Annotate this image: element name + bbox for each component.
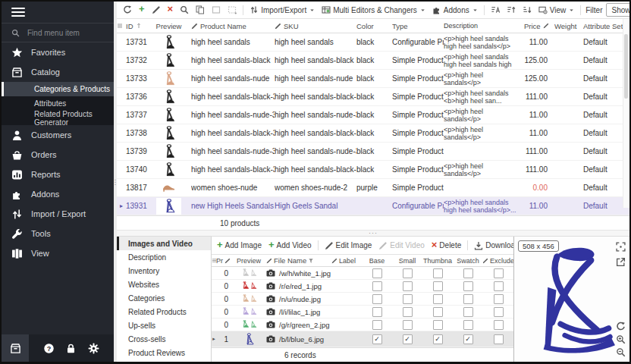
base-checkbox[interactable] [372, 268, 382, 278]
image-row-l-i-lilac-1-jpg[interactable]: 0/l/i/lilac_1.jpg [212, 306, 513, 318]
add-image-button[interactable]: +Add Image [214, 240, 265, 252]
column-header-preview[interactable]: Preview [231, 257, 266, 265]
detail-splitter[interactable]: ··· [117, 230, 629, 237]
product-row-13733[interactable]: 13733high heel sandals-nudehigh heel san… [117, 70, 629, 88]
view-menu-button[interactable]: View [535, 4, 578, 16]
scrollbar-thumb[interactable] [624, 34, 628, 99]
product-row-13731[interactable]: 13731high heel sandalshigh heel sandalsb… [117, 33, 629, 52]
open-external-icon[interactable] [616, 257, 626, 267]
tab-categories[interactable]: Categories [117, 291, 211, 305]
paste-special-button[interactable] [224, 4, 240, 16]
search-products-button[interactable] [177, 4, 192, 16]
base-checkbox[interactable]: ✓ [372, 334, 382, 344]
column-header-label[interactable]: Label [331, 257, 362, 265]
exclude-checkbox[interactable] [494, 320, 504, 330]
tab-description[interactable]: Description [117, 250, 211, 264]
thumbnail-checkbox[interactable] [433, 294, 443, 304]
product-row-13931[interactable]: ▸13931new High Heels SandalsHigh Geels S… [117, 197, 629, 215]
column-header-base[interactable]: Base [362, 257, 392, 265]
swatch-checkbox[interactable] [463, 294, 473, 304]
swatch-checkbox[interactable] [463, 281, 473, 291]
column-header-attribute-set-name[interactable]: Attribute Set Name [583, 22, 623, 30]
lock-icon[interactable] [65, 343, 77, 354]
small-checkbox[interactable] [403, 268, 413, 278]
fit-to-screen-icon[interactable] [616, 242, 626, 252]
base-checkbox[interactable] [372, 294, 382, 304]
tab-inventory[interactable]: Inventory [117, 264, 211, 278]
sort-desc-button[interactable] [520, 4, 535, 16]
edit-product-button[interactable] [149, 4, 164, 16]
tab-up-sells[interactable]: Up-sells [117, 318, 211, 332]
image-row-r-e-red-1-jpg[interactable]: 0/r/e/red_1.jpg [212, 280, 513, 293]
small-checkbox[interactable] [403, 307, 413, 317]
product-row-13738[interactable]: 13738high heel sandals-black-37high heel… [117, 124, 629, 143]
menu-toggle-button[interactable] [11, 8, 25, 17]
thumbnail-checkbox[interactable] [433, 320, 443, 330]
base-checkbox[interactable] [372, 281, 382, 291]
rotate-refresh-icon[interactable] [616, 322, 626, 331]
sidebar-item-orders[interactable]: Orders [2, 145, 114, 165]
sidebar-item-import-export[interactable]: Import / Export [2, 204, 114, 224]
product-row-13817[interactable]: 13817women shoes-nudewomen shoes-nude-2p… [117, 179, 629, 197]
sort-az-button[interactable] [488, 4, 503, 16]
exclude-checkbox[interactable] [494, 268, 504, 278]
small-checkbox[interactable] [403, 281, 413, 291]
sort-asc-button[interactable] [504, 4, 519, 16]
column-header-id[interactable]: ID [126, 22, 150, 30]
exclude-checkbox[interactable] [494, 334, 504, 344]
multi-editors-button[interactable]: Multi Editors & Changers [319, 4, 429, 16]
add-video-button[interactable]: +Add Video [265, 240, 315, 252]
delete-image-button[interactable]: ×Delete [429, 240, 465, 252]
refresh-button[interactable] [120, 4, 135, 16]
exclude-checkbox[interactable] [494, 281, 504, 291]
column-header-type[interactable]: Type [392, 22, 444, 30]
addons-button[interactable]: Addons [429, 4, 481, 16]
tab-related-products[interactable]: Related Products [117, 305, 211, 318]
tab-cross-sells[interactable]: Cross-sells [117, 332, 211, 346]
small-checkbox[interactable] [403, 320, 413, 330]
sidebar-item-related-products-generator[interactable]: Related Products Generator [2, 111, 114, 125]
column-header-exclude[interactable]: Exclude [483, 257, 513, 265]
column-header-sku[interactable]: SKU [275, 22, 356, 30]
small-checkbox[interactable]: ✓ [403, 334, 413, 344]
image-row-b-l-blue-6-jpg[interactable]: ▸1/b/l/blue_6.jpg✓✓✓✓ [212, 331, 513, 347]
sidebar-item-tools[interactable]: Tools [2, 224, 114, 243]
import-export-button[interactable]: Import/Export [246, 4, 318, 16]
tab-product-reviews[interactable]: Product Reviews [117, 346, 211, 359]
tab-websites[interactable]: Websites [117, 278, 211, 291]
product-row-13740[interactable]: 13740high heel sandals-black-38high heel… [117, 161, 629, 179]
image-row-g-r-green-2-jpg[interactable]: 0/g/r/green_2.jpg [212, 318, 513, 331]
column-header-preview[interactable]: Preview [150, 22, 191, 30]
base-checkbox[interactable] [372, 320, 382, 330]
column-header-color[interactable]: Color [356, 22, 392, 30]
column-header-small[interactable]: Small [392, 257, 422, 265]
store-manager-button[interactable] [2, 334, 29, 362]
filter-select[interactable]: Show products from selected categories [606, 3, 629, 17]
thumbnail-checkbox[interactable] [433, 268, 443, 278]
base-checkbox[interactable] [372, 307, 382, 317]
delete-product-button[interactable]: × [165, 4, 177, 16]
product-row-13739[interactable]: 13739high heel sandals-nude-37high heel … [117, 143, 629, 161]
image-row-w-h-white-1-jpg[interactable]: 0/w/h/white_1.jpg [212, 267, 513, 280]
image-row-n-u-nude-jpg[interactable]: 0/n/u/nude.jpg [212, 293, 513, 306]
swatch-checkbox[interactable] [463, 268, 473, 278]
thumbnail-checkbox[interactable]: ✓ [433, 334, 443, 344]
thumbnail-checkbox[interactable] [433, 281, 443, 291]
swatch-checkbox[interactable] [463, 307, 473, 317]
paste-button[interactable] [209, 4, 224, 16]
sidebar-item-categories-products[interactable]: Categories & Products [2, 82, 114, 96]
sidebar-item-attributes[interactable]: Attributes [2, 96, 114, 111]
sidebar-item-customers[interactable]: Customers [2, 125, 114, 145]
product-row-13736[interactable]: 13736high heel sandals-black-36high heel… [117, 88, 629, 106]
zoom-in-icon[interactable] [616, 334, 626, 344]
sidebar-item-favorites[interactable]: Favorites [2, 42, 114, 62]
product-row-13732[interactable]: 13732high heel sandals-blackhigh heel sa… [117, 52, 629, 70]
settings-gear-icon[interactable] [88, 343, 99, 354]
column-header-selector[interactable] [117, 23, 126, 29]
download-image-button[interactable]: Download Image [471, 240, 513, 252]
column-header-swatch[interactable]: Swatch [453, 257, 483, 265]
product-row-13737[interactable]: 13737high heel sandals-nude-36high heel … [117, 106, 629, 124]
help-icon[interactable]: ? [43, 343, 55, 354]
exclude-checkbox[interactable] [494, 294, 504, 304]
sidebar-item-reports[interactable]: Reports [2, 165, 114, 184]
